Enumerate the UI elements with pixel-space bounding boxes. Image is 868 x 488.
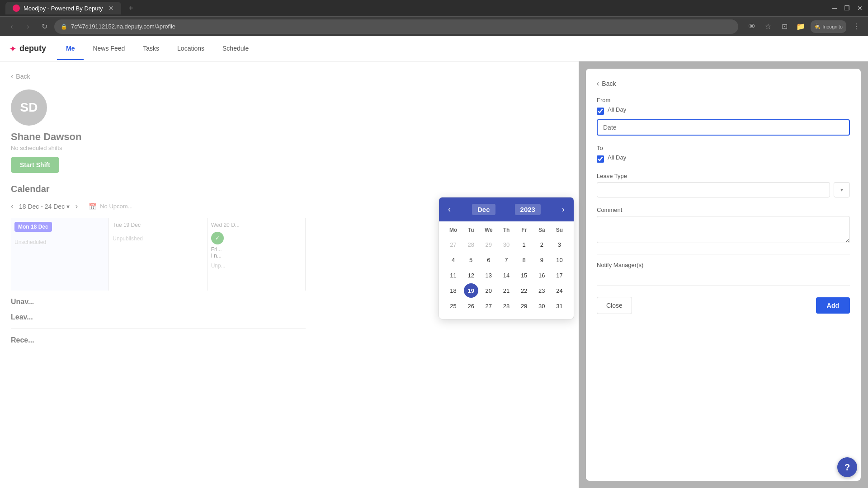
minimize-button[interactable]: ─ <box>832 5 837 12</box>
day-name-we: We <box>480 225 497 235</box>
cal-picker-year-button[interactable]: 2023 <box>515 204 541 215</box>
cal-day-19-w3[interactable]: 19 <box>464 283 478 298</box>
profile-section: SD Shane Dawson No scheduled shifts Star… <box>11 89 306 173</box>
from-date-input[interactable] <box>597 119 850 136</box>
cal-day-2-w0[interactable]: 2 <box>534 237 549 252</box>
address-bar[interactable]: 🔒 7cf47d19112152.na.deputy.com/#profile <box>54 19 738 34</box>
start-shift-button[interactable]: Start Shift <box>11 157 59 173</box>
close-button[interactable]: Close <box>597 297 632 314</box>
cal-day-4-w1[interactable]: 4 <box>446 253 461 267</box>
cal-picker-month-button[interactable]: Dec <box>472 204 495 215</box>
dialog-back-button[interactable]: ‹ Back <box>597 80 850 88</box>
cal-day-10-w1[interactable]: 10 <box>552 253 566 267</box>
left-back-button[interactable]: ‹ Back <box>11 72 306 80</box>
menu-icon[interactable]: ⋮ <box>850 20 863 33</box>
cal-day-3-w0[interactable]: 3 <box>552 237 566 252</box>
wed-label-fri: Fri... <box>211 246 302 253</box>
cal-day-30-w0[interactable]: 30 <box>499 237 514 252</box>
cal-day-27-w4[interactable]: 27 <box>481 299 496 313</box>
cal-day-25-w4[interactable]: 25 <box>446 299 461 313</box>
leave-type-dropdown[interactable]: ▾ <box>834 182 850 197</box>
day-name-su: Su <box>551 225 568 235</box>
cal-day-14-w2[interactable]: 14 <box>499 268 514 282</box>
leave-type-input[interactable] <box>597 182 830 197</box>
comment-textarea[interactable] <box>597 216 850 243</box>
cal-picker-days-header: Mo Tu We Th Fr Sa Su <box>439 221 574 237</box>
cal-range-chevron-icon: ▾ <box>66 203 70 210</box>
cal-day-9-w1[interactable]: 9 <box>534 253 549 267</box>
cal-range-dropdown[interactable]: 18 Dec - 24 Dec ▾ <box>19 203 70 210</box>
cal-day-18-w3[interactable]: 18 <box>446 283 461 298</box>
refresh-button[interactable]: ↻ <box>38 20 51 33</box>
left-back-label: Back <box>16 73 30 80</box>
cal-day-15-w2[interactable]: 15 <box>517 268 531 282</box>
cal-day-26-w4[interactable]: 26 <box>464 299 478 313</box>
cal-day-5-w1[interactable]: 5 <box>464 253 478 267</box>
to-allday-checkbox[interactable] <box>597 155 604 163</box>
cal-day-29-w4[interactable]: 29 <box>517 299 531 313</box>
extensions-icon[interactable]: ⊡ <box>778 20 791 33</box>
no-upcoming-text: No Upcom... <box>100 203 132 210</box>
add-button[interactable]: Add <box>816 297 850 314</box>
right-overlay: ‹ Back From All Day To <box>579 61 868 488</box>
calendar-section: Calendar ‹ 18 Dec - 24 Dec ▾ › 📅 No Upco… <box>11 184 306 344</box>
cal-day-23-w3[interactable]: 23 <box>534 283 549 298</box>
new-tab-button[interactable]: + <box>125 2 137 14</box>
lock-icon: 🔒 <box>61 23 67 30</box>
dialog-back-chevron-icon: ‹ <box>597 80 599 88</box>
notify-input[interactable] <box>597 271 850 286</box>
cal-picker-next-button[interactable]: › <box>560 203 566 216</box>
nav-tab-newsfeed[interactable]: News Feed <box>84 38 134 60</box>
comment-label: Comment <box>597 206 850 213</box>
back-nav-button[interactable]: ‹ <box>5 20 18 33</box>
cal-day-11-w2[interactable]: 11 <box>446 268 461 282</box>
cal-day-12-w2[interactable]: 12 <box>464 268 478 282</box>
day-name-th: Th <box>497 225 515 235</box>
bookmark-folder-icon[interactable]: 📁 <box>794 20 807 33</box>
cal-day-22-w3[interactable]: 22 <box>517 283 531 298</box>
cal-day-28-w4[interactable]: 28 <box>499 299 514 313</box>
tab-close-button[interactable]: ✕ <box>108 5 114 12</box>
cal-day-6-w1[interactable]: 6 <box>481 253 496 267</box>
cal-day-17-w2[interactable]: 17 <box>552 268 566 282</box>
cal-day-8-w1[interactable]: 8 <box>517 253 531 267</box>
cal-day-28-w0[interactable]: 28 <box>464 237 478 252</box>
bookmark-star-icon[interactable]: ☆ <box>762 20 774 33</box>
day-name-fr: Fr <box>515 225 533 235</box>
browser-tab[interactable]: Moodjoy - Powered By Deputy ✕ <box>5 2 121 14</box>
nav-tab-tasks[interactable]: Tasks <box>134 38 168 60</box>
avatar: SD <box>11 89 47 126</box>
cal-day-27-w0[interactable]: 27 <box>446 237 461 252</box>
cal-day-13-w2[interactable]: 13 <box>481 268 496 282</box>
forward-nav-button[interactable]: › <box>22 20 34 33</box>
cal-day-30-w4[interactable]: 30 <box>534 299 549 313</box>
nav-tab-locations[interactable]: Locations <box>168 38 213 60</box>
nav-tab-me[interactable]: Me <box>57 38 84 60</box>
maximize-button[interactable]: ❐ <box>844 5 850 12</box>
help-button[interactable]: ? <box>837 457 857 477</box>
incognito-label: Incognito <box>822 24 843 29</box>
cal-day-20-w3[interactable]: 20 <box>481 283 496 298</box>
profile-subtitle: No scheduled shifts <box>11 145 62 151</box>
day-col-mon: Mon 18 Dec Unscheduled <box>11 218 109 291</box>
from-allday-checkbox[interactable] <box>597 108 604 115</box>
cal-day-24-w3[interactable]: 24 <box>552 283 566 298</box>
cal-day-21-w3[interactable]: 21 <box>499 283 514 298</box>
leave-type-input-row: ▾ <box>597 182 850 197</box>
address-text: 7cf47d19112152.na.deputy.com/#profile <box>71 23 732 30</box>
cal-day-31-w4[interactable]: 31 <box>552 299 566 313</box>
help-icon: ? <box>844 462 850 473</box>
from-allday-label: All Day <box>608 106 626 113</box>
calendar-picker: ‹ Dec 2023 › Mo Tu We Th Fr Sa Su 272829… <box>439 197 574 319</box>
cal-day-1-w0[interactable]: 1 <box>517 237 531 252</box>
cal-prev-button[interactable]: ‹ <box>11 202 14 211</box>
cal-day-7-w1[interactable]: 7 <box>499 253 514 267</box>
cal-picker-prev-button[interactable]: ‹ <box>446 203 453 216</box>
left-back-chevron-icon: ‹ <box>11 72 13 80</box>
close-window-button[interactable]: ✕ <box>857 5 863 12</box>
cal-day-29-w0[interactable]: 29 <box>481 237 496 252</box>
cal-next-button[interactable]: › <box>75 202 78 211</box>
nav-tab-schedule[interactable]: Schedule <box>213 38 258 60</box>
cal-day-16-w2[interactable]: 16 <box>534 268 549 282</box>
incognito-badge: 🕵 Incognito <box>811 20 846 33</box>
